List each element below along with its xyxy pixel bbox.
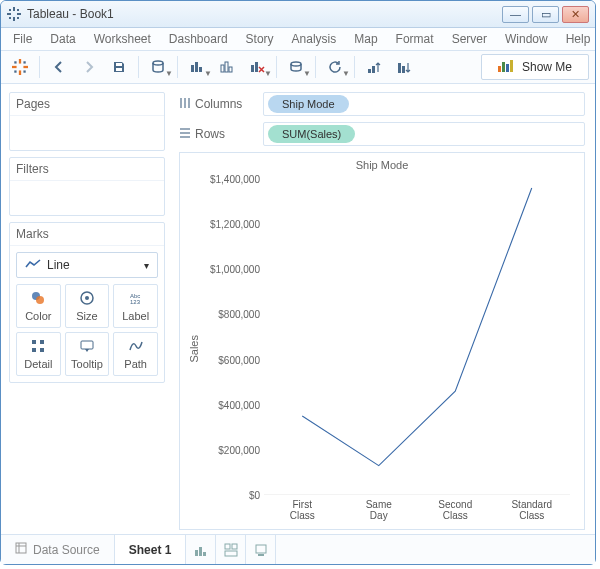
svg-rect-5 <box>17 9 19 11</box>
menu-analysis[interactable]: Analysis <box>284 30 345 48</box>
svg-rect-29 <box>372 66 375 73</box>
svg-rect-34 <box>506 64 509 72</box>
pages-panel: Pages <box>9 92 165 151</box>
svg-rect-22 <box>221 65 224 72</box>
svg-rect-2 <box>7 13 11 15</box>
line-icon <box>25 258 41 273</box>
svg-rect-28 <box>368 69 371 73</box>
new-worksheet-button[interactable]: ▼ <box>184 55 210 79</box>
save-button[interactable] <box>106 55 132 79</box>
menu-map[interactable]: Map <box>346 30 385 48</box>
swap-button[interactable]: ▼ <box>283 55 309 79</box>
new-dashboard-tab-button[interactable] <box>216 535 246 564</box>
show-me-icon <box>498 60 514 75</box>
y-tick: $0 <box>202 490 260 501</box>
columns-shelf[interactable]: Ship Mode <box>263 92 585 116</box>
mark-label[interactable]: Abc123Label <box>113 284 158 328</box>
svg-rect-19 <box>191 65 194 72</box>
close-button[interactable]: ✕ <box>562 6 589 23</box>
x-tick: FirstClass <box>264 497 341 525</box>
svg-rect-60 <box>225 544 230 549</box>
svg-rect-6 <box>9 17 11 19</box>
rows-shelf-label: Rows <box>179 127 253 142</box>
svg-rect-8 <box>19 59 21 64</box>
size-icon <box>79 290 95 308</box>
svg-rect-43 <box>40 340 44 344</box>
svg-point-27 <box>291 62 301 66</box>
svg-rect-10 <box>12 66 17 68</box>
menu-dashboard[interactable]: Dashboard <box>161 30 236 48</box>
svg-rect-48 <box>184 98 186 108</box>
marks-label: Marks <box>10 223 164 246</box>
menu-window[interactable]: Window <box>497 30 556 48</box>
rows-shelf-row: Rows SUM(Sales) <box>179 122 585 146</box>
rows-pill[interactable]: SUM(Sales) <box>268 125 355 143</box>
show-me-button[interactable]: Show Me <box>481 54 589 80</box>
app-icon <box>7 7 21 21</box>
svg-rect-25 <box>251 65 254 72</box>
x-tick: StandardClass <box>494 497 571 525</box>
new-story-tab-button[interactable] <box>246 535 276 564</box>
mark-size[interactable]: Size <box>65 284 110 328</box>
back-button[interactable] <box>46 55 72 79</box>
minimize-button[interactable]: — <box>502 6 529 23</box>
line-series <box>264 179 570 495</box>
svg-rect-32 <box>498 66 501 72</box>
clear-button[interactable]: ▼ <box>244 55 270 79</box>
workspace: Pages Filters Marks Line ▾ ColorSizeAbc1… <box>1 84 595 534</box>
sheet1-tab[interactable]: Sheet 1 <box>115 535 187 564</box>
data-source-tab[interactable]: Data Source <box>1 535 115 564</box>
forward-button[interactable] <box>76 55 102 79</box>
marks-type-select[interactable]: Line ▾ <box>16 252 158 278</box>
new-worksheet-tab-button[interactable] <box>186 535 216 564</box>
toolbar: ▼ ▼ ▼ ▼ ▼ Show Me <box>1 50 595 84</box>
pages-label: Pages <box>10 93 164 116</box>
y-tick: $1,000,000 <box>202 264 260 275</box>
y-tick: $1,400,000 <box>202 174 260 185</box>
rows-shelf[interactable]: SUM(Sales) <box>263 122 585 146</box>
sheet-tabs: Data Source Sheet 1 <box>1 534 595 564</box>
titlebar: Tableau - Book1 — ▭ ✕ <box>1 1 595 28</box>
color-icon <box>30 290 46 308</box>
svg-rect-46 <box>81 341 93 349</box>
sort-desc-button[interactable] <box>391 55 417 79</box>
menu-story[interactable]: Story <box>238 30 282 48</box>
menu-file[interactable]: File <box>5 30 40 48</box>
chart-area: Ship Mode Sales $0$200,000$400,000$600,0… <box>179 152 585 530</box>
tableau-logo-icon[interactable] <box>7 55 33 79</box>
x-tick: SecondClass <box>417 497 494 525</box>
svg-rect-3 <box>17 13 21 15</box>
menu-worksheet[interactable]: Worksheet <box>86 30 159 48</box>
mark-color[interactable]: Color <box>16 284 61 328</box>
svg-rect-35 <box>510 60 513 72</box>
svg-rect-57 <box>195 550 198 556</box>
mark-tooltip[interactable]: Tooltip <box>65 332 110 376</box>
svg-text:123: 123 <box>130 299 141 305</box>
pages-shelf[interactable] <box>10 116 164 150</box>
columns-pill[interactable]: Ship Mode <box>268 95 349 113</box>
filters-shelf[interactable] <box>10 181 164 215</box>
label-icon: Abc123 <box>128 290 144 308</box>
menu-format[interactable]: Format <box>388 30 442 48</box>
sort-asc-button[interactable] <box>361 55 387 79</box>
svg-rect-23 <box>225 62 228 72</box>
menu-server[interactable]: Server <box>444 30 495 48</box>
refresh-button[interactable]: ▼ <box>322 55 348 79</box>
sidebar: Pages Filters Marks Line ▾ ColorSizeAbc1… <box>1 84 173 534</box>
mark-path[interactable]: Path <box>113 332 158 376</box>
maximize-button[interactable]: ▭ <box>532 6 559 23</box>
svg-rect-26 <box>255 62 258 72</box>
data-source-button[interactable]: ▼ <box>145 55 171 79</box>
sheet1-label: Sheet 1 <box>129 543 172 557</box>
svg-rect-30 <box>398 63 401 73</box>
svg-rect-15 <box>23 70 25 72</box>
menu-data[interactable]: Data <box>42 30 83 48</box>
menu-help[interactable]: Help <box>558 30 599 48</box>
svg-rect-64 <box>258 554 264 556</box>
svg-rect-52 <box>180 136 190 138</box>
svg-rect-13 <box>23 61 25 63</box>
svg-rect-1 <box>13 17 15 21</box>
svg-rect-59 <box>203 552 206 556</box>
duplicate-button[interactable] <box>214 55 240 79</box>
mark-detail[interactable]: Detail <box>16 332 61 376</box>
